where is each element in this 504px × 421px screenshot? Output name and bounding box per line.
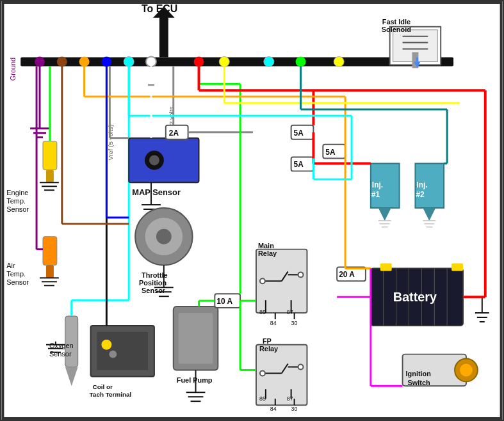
svg-point-6	[79, 56, 90, 67]
svg-point-141	[460, 364, 473, 377]
svg-point-13	[296, 56, 306, 67]
fuse-2a-label: 2A	[169, 129, 179, 138]
svg-text:Position: Position	[139, 279, 167, 287]
engine-temp-label: Engine	[6, 189, 28, 196]
svg-rect-36	[43, 237, 57, 266]
main-relay-label: Main	[258, 242, 274, 250]
svg-rect-77	[97, 332, 148, 370]
svg-text:85: 85	[259, 309, 266, 315]
svg-rect-37	[46, 265, 54, 278]
ecu-label: To ECU	[142, 3, 177, 14]
inj1-label: Inj.	[372, 180, 383, 189]
svg-rect-192	[148, 84, 154, 86]
fuse-20a-label: 20 A	[339, 270, 355, 279]
svg-text:Sensor: Sensor	[6, 278, 29, 286]
svg-point-69	[156, 229, 172, 244]
svg-point-9	[146, 56, 156, 67]
fuse-5a-3-label: 5A	[294, 160, 304, 169]
fp-relay-label: FP	[263, 337, 272, 345]
svg-text:Tach Terminal: Tach Terminal	[90, 391, 132, 398]
map-sensor-label: MAP Sensor	[132, 187, 181, 197]
fuel-pump-label: Fuel Pump	[177, 376, 213, 384]
svg-point-10	[194, 56, 204, 67]
svg-point-78	[101, 340, 111, 350]
fuse-5a-1-label: 5A	[294, 129, 304, 138]
svg-text:#2: #2	[416, 190, 425, 199]
svg-point-5	[57, 56, 67, 67]
svg-rect-131	[380, 263, 392, 271]
svg-text:30: 30	[291, 320, 298, 326]
svg-rect-28	[43, 141, 57, 170]
svg-text:#1: #1	[371, 190, 380, 199]
svg-text:Relay: Relay	[259, 345, 279, 353]
svg-point-8	[124, 56, 134, 67]
svg-text:85: 85	[259, 395, 266, 402]
svg-point-99	[298, 272, 304, 277]
svg-point-113	[260, 370, 265, 376]
svg-text:87: 87	[287, 309, 293, 315]
svg-text:87: 87	[287, 395, 293, 402]
svg-rect-132	[451, 263, 463, 271]
svg-point-114	[298, 365, 304, 370]
svg-text:84: 84	[270, 320, 277, 326]
svg-point-11	[219, 56, 229, 67]
svg-point-4	[35, 56, 45, 67]
svg-text:Temp.: Temp.	[6, 270, 26, 278]
svg-marker-2	[159, 14, 168, 58]
svg-text:Temp.: Temp.	[6, 197, 26, 205]
svg-point-12	[264, 56, 274, 67]
svg-text:30: 30	[291, 406, 298, 412]
svg-text:Sensor: Sensor	[49, 350, 72, 358]
wiring-diagram: To ECU Fast Idle Solenoid Ground Engine …	[0, 0, 504, 421]
svg-text:Switch: Switch	[408, 379, 430, 386]
svg-text:Solenoid: Solenoid	[382, 26, 411, 33]
ignition-switch-label: Ignition	[406, 370, 431, 377]
svg-text:Sensor: Sensor	[6, 205, 29, 213]
svg-rect-29	[46, 170, 54, 182]
fuse-10a-label: 10 A	[216, 297, 232, 306]
svg-point-98	[260, 278, 265, 283]
battery-label: Battery	[393, 290, 437, 304]
svg-rect-83	[179, 313, 213, 364]
air-temp-label: Air	[6, 262, 15, 269]
fuse-5a-2-label: 5A	[325, 148, 336, 157]
fast-idle-solenoid-label: Fast Idle	[382, 18, 411, 26]
svg-point-7	[101, 56, 111, 67]
svg-point-57	[149, 155, 159, 166]
svg-text:84: 84	[270, 406, 277, 412]
ground-label: Ground	[9, 58, 17, 81]
inj2-label: Inj.	[416, 180, 427, 189]
svg-point-79	[109, 351, 117, 358]
svg-text:Relay: Relay	[258, 250, 277, 257]
coil-tach-label: Coil or	[93, 383, 113, 390]
svg-point-14	[334, 56, 344, 67]
